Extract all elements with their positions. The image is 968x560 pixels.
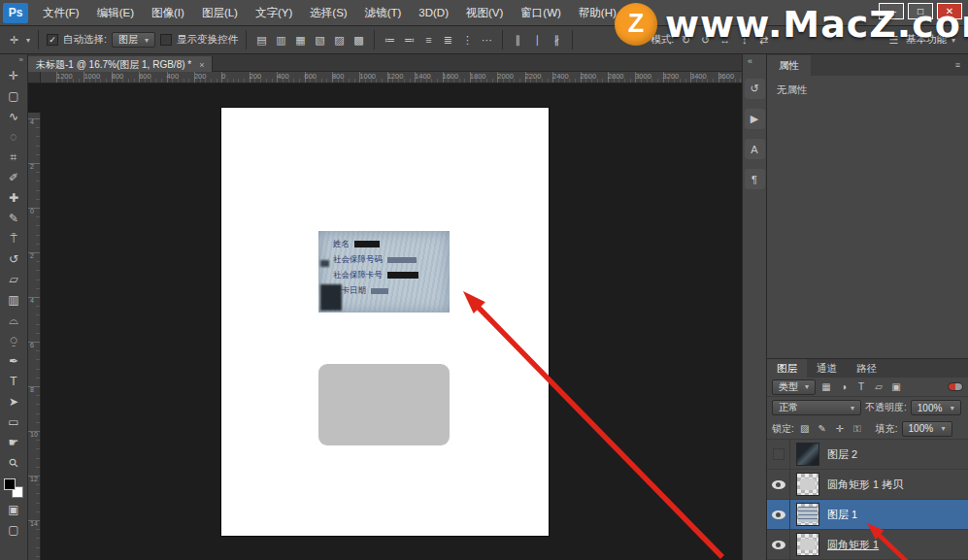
history-brush-tool[interactable]: ↺: [0, 249, 27, 270]
layer-row-layer-1-selected[interactable]: 图层 1: [767, 500, 968, 530]
menu-layer[interactable]: 图层(L): [193, 0, 247, 26]
menu-window[interactable]: 窗口(W): [512, 0, 570, 26]
eraser-tool[interactable]: ▱: [0, 270, 27, 290]
workspace-switcher[interactable]: ☰ 基本功能 ▾: [886, 33, 961, 47]
menu-edit[interactable]: 编辑(E): [88, 0, 143, 26]
layer-name[interactable]: 圆角矩形 1: [827, 538, 879, 552]
panel-menu-icon[interactable]: ≡: [955, 54, 968, 76]
visibility-toggle[interactable]: [767, 500, 790, 529]
distribute-horizontal-spacing-icon[interactable]: ∣: [530, 34, 545, 47]
menu-filter[interactable]: 滤镜(T): [356, 0, 411, 26]
align-vertical-centers-icon[interactable]: ▨: [332, 34, 347, 47]
expand-panels-icon[interactable]: «: [743, 54, 766, 74]
lock-position-icon[interactable]: ✛: [833, 423, 847, 434]
move-tool[interactable]: ✛: [0, 66, 27, 86]
distribute-top-edges-icon[interactable]: ≔: [383, 34, 397, 47]
tab-properties[interactable]: 属性: [767, 55, 811, 76]
color-swatches[interactable]: [4, 478, 23, 498]
dodge-tool[interactable]: ⍜: [0, 331, 27, 351]
menu-help[interactable]: 帮助(H): [570, 0, 625, 26]
path-selection-tool[interactable]: ➤: [0, 392, 27, 412]
tab-channels[interactable]: 通道: [807, 359, 847, 378]
menu-3d[interactable]: 3D(D): [410, 0, 457, 26]
history-panel-icon[interactable]: ↺: [745, 79, 765, 99]
layer-row-rounded-rect-copy[interactable]: 圆角矩形 1 拷贝: [767, 470, 968, 500]
layer-thumbnail[interactable]: [796, 473, 819, 496]
lock-all-icon[interactable]: ⚿: [851, 423, 864, 435]
filter-smart-objects-icon[interactable]: ▣: [889, 381, 903, 392]
layer-name[interactable]: 图层 2: [827, 447, 857, 462]
layer-row-layer-2[interactable]: 图层 2: [767, 440, 968, 470]
3d-scale-icon[interactable]: ⇄: [756, 34, 771, 47]
layer-thumbnail[interactable]: [796, 533, 819, 556]
filter-pixel-layers-icon[interactable]: ▦: [819, 381, 833, 392]
distribute-bottom-edges-icon[interactable]: ≡: [421, 34, 436, 46]
pen-tool[interactable]: ✒: [0, 351, 27, 372]
zoom-tool[interactable]: ⚲: [0, 453, 27, 474]
menu-file[interactable]: 文件(F): [34, 0, 88, 26]
lasso-tool[interactable]: ∿: [0, 107, 27, 127]
blur-tool[interactable]: ⌓: [0, 311, 27, 331]
menu-image[interactable]: 图像(I): [143, 0, 193, 26]
auto-select-target-dropdown[interactable]: 图层 ▾: [112, 32, 155, 48]
distribute-vertical-spacing-icon[interactable]: ∦: [550, 34, 564, 47]
layer-thumbnail[interactable]: [796, 503, 819, 526]
quick-selection-tool[interactable]: ◌: [0, 127, 27, 148]
gradient-tool[interactable]: ▥: [0, 290, 27, 311]
filter-type-layers-icon[interactable]: T: [854, 381, 868, 392]
minimize-button[interactable]: —: [879, 3, 904, 19]
collapse-tools-icon[interactable]: »: [19, 54, 27, 66]
quick-mask-mode-button[interactable]: ▣: [0, 500, 27, 520]
filter-shape-layers-icon[interactable]: ▱: [872, 381, 885, 392]
menu-type[interactable]: 文字(Y): [247, 0, 301, 26]
foreground-color-swatch[interactable]: [4, 478, 16, 490]
lock-image-pixels-icon[interactable]: ✎: [816, 423, 829, 434]
align-bottom-edges-icon[interactable]: ▩: [351, 34, 366, 47]
layer-name[interactable]: 圆角矩形 1 拷贝: [827, 478, 903, 492]
blend-mode-dropdown[interactable]: 正常 ▾: [772, 400, 861, 415]
hand-tool[interactable]: ☛: [0, 433, 27, 453]
lock-transparent-pixels-icon[interactable]: ▨: [798, 423, 812, 434]
align-horizontal-centers-icon[interactable]: ▥: [274, 34, 288, 47]
rectangle-tool[interactable]: ▭: [0, 412, 27, 433]
align-right-edges-icon[interactable]: ▦: [293, 34, 308, 47]
menu-select[interactable]: 选择(S): [301, 0, 355, 26]
layer-name[interactable]: 图层 1: [827, 508, 857, 522]
rounded-rectangle-shape[interactable]: [318, 364, 450, 445]
layer-thumbnail[interactable]: [796, 443, 819, 466]
3d-drag-icon[interactable]: ↔: [718, 34, 732, 46]
crop-tool[interactable]: ⌗: [0, 148, 27, 168]
filter-adjustment-layers-icon[interactable]: ◑: [837, 381, 851, 392]
tool-preset-caret-icon[interactable]: ▾: [26, 36, 30, 45]
align-left-edges-icon[interactable]: ▤: [254, 34, 269, 47]
maximize-button[interactable]: □: [908, 3, 933, 19]
move-tool-icon[interactable]: ✛: [7, 34, 21, 47]
canvas[interactable]: 姓名 社会保障号码 社会保障卡号 发卡日期 4 2 0 2 4 6 8 10 1…: [28, 83, 742, 560]
distribute-left-edges-icon[interactable]: ≣: [441, 34, 455, 47]
auto-align-layers-icon[interactable]: ∥: [511, 34, 525, 47]
show-transform-checkbox[interactable]: [160, 34, 172, 46]
opacity-dropdown[interactable]: 100% ▾: [911, 400, 961, 415]
actions-panel-icon[interactable]: ▶: [745, 109, 765, 129]
visibility-toggle[interactable]: [767, 470, 790, 499]
close-button[interactable]: ✕: [937, 3, 962, 19]
menu-view[interactable]: 视图(V): [457, 0, 512, 26]
brush-tool[interactable]: ✎: [0, 209, 27, 229]
3d-slide-icon[interactable]: ↕: [737, 34, 751, 46]
social-security-card-image[interactable]: 姓名 社会保障号码 社会保障卡号 发卡日期: [318, 231, 450, 313]
type-tool[interactable]: T: [0, 372, 27, 392]
tab-layers[interactable]: 图层: [767, 359, 807, 378]
healing-brush-tool[interactable]: ✚: [0, 188, 27, 209]
document-page[interactable]: 姓名 社会保障号码 社会保障卡号 发卡日期: [221, 108, 549, 536]
auto-select-checkbox[interactable]: ✓: [47, 34, 58, 46]
clone-stamp-tool[interactable]: ⍑: [0, 229, 27, 249]
tab-close-icon[interactable]: ×: [199, 60, 204, 70]
paragraph-panel-icon[interactable]: ¶: [745, 169, 765, 189]
tab-paths[interactable]: 路径: [847, 359, 886, 378]
layer-filter-switch[interactable]: [948, 382, 963, 391]
align-top-edges-icon[interactable]: ▧: [313, 34, 327, 47]
screen-mode-button[interactable]: ▢: [0, 520, 27, 541]
layer-row-rounded-rect-1[interactable]: 圆角矩形 1: [767, 530, 968, 560]
distribute-vertical-centers-icon[interactable]: ≕: [402, 34, 417, 47]
fill-dropdown[interactable]: 100% ▾: [902, 421, 952, 437]
